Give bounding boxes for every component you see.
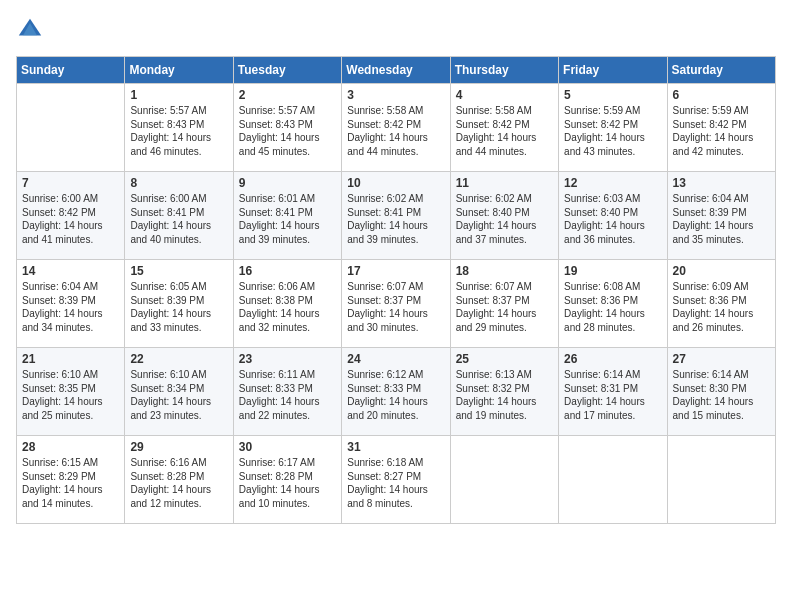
calendar-week-row: 14Sunrise: 6:04 AM Sunset: 8:39 PM Dayli… bbox=[17, 260, 776, 348]
calendar-cell: 7Sunrise: 6:00 AM Sunset: 8:42 PM Daylig… bbox=[17, 172, 125, 260]
day-info: Sunrise: 6:18 AM Sunset: 8:27 PM Dayligh… bbox=[347, 456, 444, 510]
calendar-cell: 1Sunrise: 5:57 AM Sunset: 8:43 PM Daylig… bbox=[125, 84, 233, 172]
day-number: 8 bbox=[130, 176, 227, 190]
day-of-week-header: Tuesday bbox=[233, 57, 341, 84]
calendar-cell: 30Sunrise: 6:17 AM Sunset: 8:28 PM Dayli… bbox=[233, 436, 341, 524]
day-number: 21 bbox=[22, 352, 119, 366]
calendar-cell: 14Sunrise: 6:04 AM Sunset: 8:39 PM Dayli… bbox=[17, 260, 125, 348]
day-info: Sunrise: 6:15 AM Sunset: 8:29 PM Dayligh… bbox=[22, 456, 119, 510]
day-number: 1 bbox=[130, 88, 227, 102]
day-number: 13 bbox=[673, 176, 770, 190]
calendar-cell: 17Sunrise: 6:07 AM Sunset: 8:37 PM Dayli… bbox=[342, 260, 450, 348]
day-info: Sunrise: 6:00 AM Sunset: 8:42 PM Dayligh… bbox=[22, 192, 119, 246]
calendar-cell: 2Sunrise: 5:57 AM Sunset: 8:43 PM Daylig… bbox=[233, 84, 341, 172]
day-number: 14 bbox=[22, 264, 119, 278]
day-number: 9 bbox=[239, 176, 336, 190]
day-info: Sunrise: 6:11 AM Sunset: 8:33 PM Dayligh… bbox=[239, 368, 336, 422]
calendar-cell: 16Sunrise: 6:06 AM Sunset: 8:38 PM Dayli… bbox=[233, 260, 341, 348]
day-of-week-header: Wednesday bbox=[342, 57, 450, 84]
day-number: 6 bbox=[673, 88, 770, 102]
day-info: Sunrise: 6:01 AM Sunset: 8:41 PM Dayligh… bbox=[239, 192, 336, 246]
day-of-week-header: Friday bbox=[559, 57, 667, 84]
day-number: 26 bbox=[564, 352, 661, 366]
day-info: Sunrise: 6:08 AM Sunset: 8:36 PM Dayligh… bbox=[564, 280, 661, 334]
calendar-cell: 26Sunrise: 6:14 AM Sunset: 8:31 PM Dayli… bbox=[559, 348, 667, 436]
day-info: Sunrise: 6:06 AM Sunset: 8:38 PM Dayligh… bbox=[239, 280, 336, 334]
day-number: 27 bbox=[673, 352, 770, 366]
calendar-cell: 11Sunrise: 6:02 AM Sunset: 8:40 PM Dayli… bbox=[450, 172, 558, 260]
day-info: Sunrise: 6:09 AM Sunset: 8:36 PM Dayligh… bbox=[673, 280, 770, 334]
calendar-cell bbox=[450, 436, 558, 524]
day-info: Sunrise: 6:05 AM Sunset: 8:39 PM Dayligh… bbox=[130, 280, 227, 334]
calendar-cell: 8Sunrise: 6:00 AM Sunset: 8:41 PM Daylig… bbox=[125, 172, 233, 260]
day-number: 10 bbox=[347, 176, 444, 190]
calendar-cell: 15Sunrise: 6:05 AM Sunset: 8:39 PM Dayli… bbox=[125, 260, 233, 348]
calendar-cell: 24Sunrise: 6:12 AM Sunset: 8:33 PM Dayli… bbox=[342, 348, 450, 436]
calendar-cell: 6Sunrise: 5:59 AM Sunset: 8:42 PM Daylig… bbox=[667, 84, 775, 172]
day-info: Sunrise: 6:12 AM Sunset: 8:33 PM Dayligh… bbox=[347, 368, 444, 422]
day-number: 2 bbox=[239, 88, 336, 102]
day-number: 16 bbox=[239, 264, 336, 278]
calendar-cell: 10Sunrise: 6:02 AM Sunset: 8:41 PM Dayli… bbox=[342, 172, 450, 260]
logo bbox=[16, 16, 48, 44]
calendar-week-row: 28Sunrise: 6:15 AM Sunset: 8:29 PM Dayli… bbox=[17, 436, 776, 524]
day-number: 5 bbox=[564, 88, 661, 102]
page-header bbox=[16, 16, 776, 44]
calendar-cell: 29Sunrise: 6:16 AM Sunset: 8:28 PM Dayli… bbox=[125, 436, 233, 524]
calendar: SundayMondayTuesdayWednesdayThursdayFrid… bbox=[16, 56, 776, 524]
calendar-cell: 27Sunrise: 6:14 AM Sunset: 8:30 PM Dayli… bbox=[667, 348, 775, 436]
day-number: 18 bbox=[456, 264, 553, 278]
day-number: 28 bbox=[22, 440, 119, 454]
day-number: 19 bbox=[564, 264, 661, 278]
calendar-cell: 13Sunrise: 6:04 AM Sunset: 8:39 PM Dayli… bbox=[667, 172, 775, 260]
day-info: Sunrise: 5:59 AM Sunset: 8:42 PM Dayligh… bbox=[564, 104, 661, 158]
day-info: Sunrise: 6:10 AM Sunset: 8:35 PM Dayligh… bbox=[22, 368, 119, 422]
calendar-cell: 4Sunrise: 5:58 AM Sunset: 8:42 PM Daylig… bbox=[450, 84, 558, 172]
calendar-cell: 23Sunrise: 6:11 AM Sunset: 8:33 PM Dayli… bbox=[233, 348, 341, 436]
day-info: Sunrise: 6:07 AM Sunset: 8:37 PM Dayligh… bbox=[347, 280, 444, 334]
day-of-week-header: Sunday bbox=[17, 57, 125, 84]
day-number: 17 bbox=[347, 264, 444, 278]
calendar-cell: 21Sunrise: 6:10 AM Sunset: 8:35 PM Dayli… bbox=[17, 348, 125, 436]
day-info: Sunrise: 6:14 AM Sunset: 8:31 PM Dayligh… bbox=[564, 368, 661, 422]
calendar-cell: 3Sunrise: 5:58 AM Sunset: 8:42 PM Daylig… bbox=[342, 84, 450, 172]
calendar-cell bbox=[559, 436, 667, 524]
day-number: 25 bbox=[456, 352, 553, 366]
day-info: Sunrise: 6:03 AM Sunset: 8:40 PM Dayligh… bbox=[564, 192, 661, 246]
day-info: Sunrise: 6:02 AM Sunset: 8:40 PM Dayligh… bbox=[456, 192, 553, 246]
day-of-week-header: Monday bbox=[125, 57, 233, 84]
day-info: Sunrise: 6:13 AM Sunset: 8:32 PM Dayligh… bbox=[456, 368, 553, 422]
day-number: 11 bbox=[456, 176, 553, 190]
calendar-cell: 9Sunrise: 6:01 AM Sunset: 8:41 PM Daylig… bbox=[233, 172, 341, 260]
day-info: Sunrise: 6:00 AM Sunset: 8:41 PM Dayligh… bbox=[130, 192, 227, 246]
day-info: Sunrise: 5:58 AM Sunset: 8:42 PM Dayligh… bbox=[347, 104, 444, 158]
calendar-header-row: SundayMondayTuesdayWednesdayThursdayFrid… bbox=[17, 57, 776, 84]
day-number: 4 bbox=[456, 88, 553, 102]
day-of-week-header: Thursday bbox=[450, 57, 558, 84]
day-info: Sunrise: 6:02 AM Sunset: 8:41 PM Dayligh… bbox=[347, 192, 444, 246]
day-info: Sunrise: 5:58 AM Sunset: 8:42 PM Dayligh… bbox=[456, 104, 553, 158]
day-number: 3 bbox=[347, 88, 444, 102]
calendar-cell: 18Sunrise: 6:07 AM Sunset: 8:37 PM Dayli… bbox=[450, 260, 558, 348]
day-number: 29 bbox=[130, 440, 227, 454]
calendar-cell: 31Sunrise: 6:18 AM Sunset: 8:27 PM Dayli… bbox=[342, 436, 450, 524]
day-number: 15 bbox=[130, 264, 227, 278]
calendar-cell: 28Sunrise: 6:15 AM Sunset: 8:29 PM Dayli… bbox=[17, 436, 125, 524]
day-info: Sunrise: 6:04 AM Sunset: 8:39 PM Dayligh… bbox=[22, 280, 119, 334]
calendar-cell bbox=[667, 436, 775, 524]
day-info: Sunrise: 6:10 AM Sunset: 8:34 PM Dayligh… bbox=[130, 368, 227, 422]
day-number: 12 bbox=[564, 176, 661, 190]
day-info: Sunrise: 6:04 AM Sunset: 8:39 PM Dayligh… bbox=[673, 192, 770, 246]
day-info: Sunrise: 6:07 AM Sunset: 8:37 PM Dayligh… bbox=[456, 280, 553, 334]
calendar-week-row: 7Sunrise: 6:00 AM Sunset: 8:42 PM Daylig… bbox=[17, 172, 776, 260]
day-info: Sunrise: 5:59 AM Sunset: 8:42 PM Dayligh… bbox=[673, 104, 770, 158]
logo-icon bbox=[16, 16, 44, 44]
calendar-cell: 20Sunrise: 6:09 AM Sunset: 8:36 PM Dayli… bbox=[667, 260, 775, 348]
day-info: Sunrise: 5:57 AM Sunset: 8:43 PM Dayligh… bbox=[239, 104, 336, 158]
calendar-cell: 5Sunrise: 5:59 AM Sunset: 8:42 PM Daylig… bbox=[559, 84, 667, 172]
day-of-week-header: Saturday bbox=[667, 57, 775, 84]
day-number: 7 bbox=[22, 176, 119, 190]
calendar-cell: 25Sunrise: 6:13 AM Sunset: 8:32 PM Dayli… bbox=[450, 348, 558, 436]
day-info: Sunrise: 6:17 AM Sunset: 8:28 PM Dayligh… bbox=[239, 456, 336, 510]
day-info: Sunrise: 6:16 AM Sunset: 8:28 PM Dayligh… bbox=[130, 456, 227, 510]
